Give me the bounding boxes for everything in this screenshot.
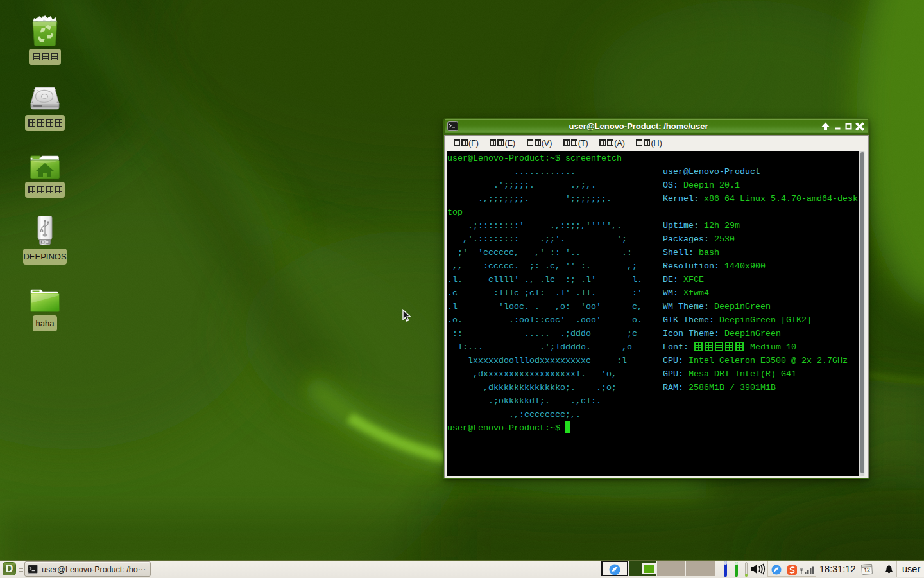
svg-text:D: D — [6, 563, 13, 574]
svg-text:12: 12 — [864, 566, 870, 574]
